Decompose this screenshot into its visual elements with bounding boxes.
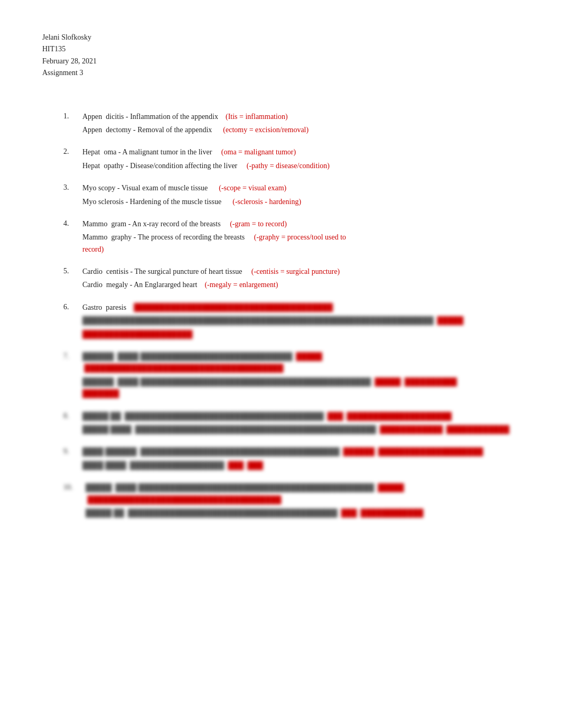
blurred-red-text: █████ xyxy=(435,317,463,325)
header-block: Jelani Slofkosky HIT135 February 28, 202… xyxy=(42,32,519,79)
entry-line-blurred: █████ ██ ███████████████████████████████… xyxy=(86,508,519,519)
entry-line-blurred: ██████ ████ ████████████████████████████… xyxy=(82,376,519,400)
list-item: 7. ██████ ████ █████████████████████████… xyxy=(63,351,519,406)
entry-line: Appen dectomy - Removal of the appendix … xyxy=(82,124,519,136)
blurred-text: ██████ ████ ████████████████████████████… xyxy=(82,378,371,386)
item-number: 4. xyxy=(63,218,82,261)
entry-line: Gastro paresis █████████████████████████… xyxy=(82,302,519,314)
blurred-red-text: ███ ███ xyxy=(226,462,263,469)
blurred-text: ████████████████████████████████████████… xyxy=(82,317,434,325)
entry-line-blurred: █████ ████ █████████████████████████████… xyxy=(86,482,519,506)
list-item: 9. ████ ██████ █████████████████████████… xyxy=(63,446,519,477)
entry-line-blurred: ██████ ████ ████████████████████████████… xyxy=(82,351,519,375)
blurred-red-text: ███ ████████████████████ xyxy=(325,412,452,420)
annotation-text: (-gram = to record) xyxy=(230,220,287,228)
entries-column: Mammo gram - An x-ray record of the brea… xyxy=(82,218,519,261)
entries-column: ████ ██████ ████████████████████████████… xyxy=(82,446,519,477)
annotation-text: (Itis = inflammation) xyxy=(226,113,288,121)
list-item: 5. Cardio centisis - The surgical punctu… xyxy=(63,266,519,297)
entry-line: Mammo gram - An x-ray record of the brea… xyxy=(82,218,519,230)
entry-line: Appen dicitis - Inflammation of the appe… xyxy=(82,111,519,123)
annotation-text: (-graphy = process/tool used to xyxy=(254,233,346,241)
entries-column: █████ ████ █████████████████████████████… xyxy=(86,482,519,524)
entry-line: Cardio megaly - An Englararged heart (-m… xyxy=(82,279,519,291)
annotation-text: (-megaly = enlargement) xyxy=(204,281,278,289)
blurred-red-text: ██████ ████████████████████ xyxy=(341,448,483,456)
entries-column: Appen dicitis - Inflammation of the appe… xyxy=(82,111,519,142)
annotation-text: (-sclerosis - hardening) xyxy=(232,198,301,206)
annotation-text: (-scope = visual exam) xyxy=(219,184,286,192)
blurred-text: ████ ██████ ████████████████████████████… xyxy=(82,448,340,456)
term-text: Hepat opathy - Disease/condition affecti… xyxy=(82,162,247,170)
entries-column: Myo scopy - Visual exam of muscle tissue… xyxy=(82,182,519,213)
item-number: 7. xyxy=(63,351,82,406)
date: February 28, 2021 xyxy=(42,56,519,67)
item-number: 9. xyxy=(63,446,82,477)
annotation-text: (-pathy = disease/condition) xyxy=(247,162,330,170)
annotation-text: (oma = malignant tumor) xyxy=(221,148,296,156)
entries-column: Gastro paresis █████████████████████████… xyxy=(82,302,519,346)
blurred-annotation: ██████████████████████████████████████ xyxy=(128,303,333,311)
entries-column: ██████ ████ ████████████████████████████… xyxy=(82,351,519,406)
blurred-text: █████ ████ █████████████████████████████… xyxy=(86,484,374,492)
term-text: Hepat oma - A malignant tumor in the liv… xyxy=(82,148,221,156)
annotation-text: (ectomy = excision/removal) xyxy=(223,126,308,134)
entries-column: █████ ██ ███████████████████████████████… xyxy=(82,411,519,441)
blurred-text: █████ ██ ███████████████████████████████… xyxy=(82,412,324,420)
item-number: 3. xyxy=(63,182,82,213)
entry-line-blurred: ████ ██████ ████████████████████████████… xyxy=(82,446,519,458)
content-area: 1. Appen dicitis - Inflammation of the a… xyxy=(42,111,519,525)
list-item: 2. Hepat oma - A malignant tumor in the … xyxy=(63,146,519,177)
blurred-red-text: █████ ██████████ xyxy=(373,378,457,386)
blurred-red-text: ████████████ ████████████ xyxy=(378,426,510,434)
entry-line-blurred: █████ ████ █████████████████████████████… xyxy=(82,424,519,436)
term-text: Cardio megaly - An Englararged heart xyxy=(82,281,204,289)
entries-column: Hepat oma - A malignant tumor in the liv… xyxy=(82,146,519,177)
assignment-title: Assignment 3 xyxy=(42,67,519,79)
blurred-text: ████ ████ ██████████████████ xyxy=(82,462,224,469)
entry-line-blurred: ████████████████████████████████████████… xyxy=(82,315,519,327)
list-item: 8. █████ ██ ████████████████████████████… xyxy=(63,411,519,441)
term-text: Appen dectomy - Removal of the appendix xyxy=(82,126,223,134)
item-number: 1. xyxy=(63,111,82,142)
author-name: Jelani Slofkosky xyxy=(42,32,519,43)
entry-line: Hepat opathy - Disease/condition affecti… xyxy=(82,160,519,172)
blurred-text: █████ ██ ███████████████████████████████… xyxy=(86,509,338,517)
list-item: 3. Myo scopy - Visual exam of muscle tis… xyxy=(63,182,519,213)
term-text: Myo sclerosis - Hardening of the muscle … xyxy=(82,198,232,206)
entry-line: Mammo graphy - The process of recording … xyxy=(82,232,519,255)
entry-line: Myo scopy - Visual exam of muscle tissue… xyxy=(82,182,519,194)
list-item: 6. Gastro paresis ██████████████████████… xyxy=(63,302,519,346)
entry-line: Myo sclerosis - Hardening of the muscle … xyxy=(82,196,519,208)
blurred-red-continuation: ███████ xyxy=(82,390,119,398)
course-code: HIT135 xyxy=(42,43,519,55)
list-item: 4. Mammo gram - An x-ray record of the b… xyxy=(63,218,519,261)
entry-line: Hepat oma - A malignant tumor in the liv… xyxy=(82,146,519,158)
blurred-text: █████ ████ █████████████████████████████… xyxy=(82,426,376,434)
item-number: 5. xyxy=(63,266,82,297)
entry-line: Cardio centisis - The surgical puncture … xyxy=(82,266,519,278)
term-text: Mammo gram - An x-ray record of the brea… xyxy=(82,220,230,228)
blurred-red-continuation: █████████████████████ xyxy=(82,330,192,338)
entries-column: Cardio centisis - The surgical puncture … xyxy=(82,266,519,297)
entry-line-blurred: ████ ████ ██████████████████ ███ ███ xyxy=(82,460,519,472)
blurred-text: ██████ ████ ████████████████████████████… xyxy=(82,353,292,361)
list-item: 1. Appen dicitis - Inflammation of the a… xyxy=(63,111,519,142)
item-number: 2. xyxy=(63,146,82,177)
annotation-continuation: record) xyxy=(82,245,104,253)
term-text: Gastro paresis xyxy=(82,303,126,311)
item-number: 8. xyxy=(63,411,82,441)
entry-line-blurred: █████████████████████ xyxy=(82,329,519,340)
blurred-red-text: ███ ████████████ xyxy=(339,509,423,517)
item-number: 6. xyxy=(63,302,82,346)
term-text: Myo scopy - Visual exam of muscle tissue xyxy=(82,184,219,192)
list-item: 10. █████ ████ █████████████████████████… xyxy=(63,482,519,524)
term-text: Mammo graphy - The process of recording … xyxy=(82,233,254,241)
entry-line-blurred: █████ ██ ███████████████████████████████… xyxy=(82,411,519,422)
annotation-text: (-centisis = surgical puncture) xyxy=(251,268,340,275)
term-text: Appen dicitis - Inflammation of the appe… xyxy=(82,113,226,121)
item-number: 10. xyxy=(63,482,86,524)
term-text: Cardio centisis - The surgical puncture … xyxy=(82,268,251,275)
